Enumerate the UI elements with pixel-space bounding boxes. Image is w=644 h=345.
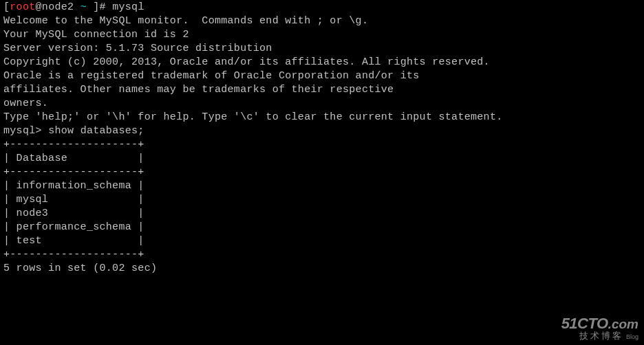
- output-line: Copyright (c) 2000, 2013, Oracle and/or …: [3, 56, 641, 69]
- bracket-close: ]#: [93, 1, 106, 13]
- table-row: | test |: [3, 234, 641, 248]
- output-line: Server version: 5.1.73 Source distributi…: [3, 42, 641, 56]
- output-line: Type 'help;' or '\h' for help. Type '\c'…: [3, 111, 641, 124]
- output-line: Welcome to the MySQL monitor. Commands e…: [3, 14, 641, 28]
- terminal[interactable]: [root@node2 ~ ]# mysqlWelcome to the MyS…: [0, 0, 644, 276]
- mysql-prompt-line: mysql> show databases;: [3, 124, 641, 138]
- mysql-command: show databases;: [48, 125, 144, 137]
- table-row: | performance_schema |: [3, 221, 641, 234]
- prompt-space: [74, 1, 80, 13]
- mysql-space: [42, 125, 48, 137]
- table-border: +--------------------+: [3, 138, 641, 152]
- prompt-space3: [106, 1, 112, 13]
- watermark: 51CTO.com 技术博客Blog: [561, 315, 638, 341]
- output-line: Your MySQL connection id is 2: [3, 28, 641, 42]
- result-line: 5 rows in set (0.02 sec): [3, 262, 641, 276]
- table-row: | information_schema |: [3, 179, 641, 193]
- watermark-brand-right: .com: [608, 317, 638, 331]
- prompt-user: root: [10, 1, 35, 13]
- table-header: | Database |: [3, 152, 641, 166]
- prompt-path: ~: [80, 1, 87, 13]
- prompt-space2: [87, 1, 93, 13]
- table-row: | mysql |: [3, 193, 641, 207]
- table-border: +--------------------+: [3, 248, 641, 262]
- shell-command: mysql: [112, 1, 144, 13]
- watermark-sub: 技术博客Blog: [561, 331, 638, 341]
- watermark-tiny: Blog: [626, 333, 638, 340]
- shell-prompt-line: [root@node2 ~ ]# mysql: [3, 1, 641, 14]
- prompt-host: node2: [42, 1, 74, 13]
- bracket-open: [: [3, 1, 10, 13]
- output-line: owners.: [3, 97, 641, 111]
- watermark-brand: 51CTO.com: [561, 315, 638, 331]
- mysql-prompt: mysql>: [3, 125, 42, 137]
- output-line: affiliates. Other names may be trademark…: [3, 83, 641, 97]
- prompt-at: @: [36, 1, 42, 13]
- table-border: +--------------------+: [3, 166, 641, 179]
- watermark-brand-left: 51CTO: [561, 315, 608, 332]
- table-row: | node3 |: [3, 207, 641, 221]
- output-line: Oracle is a registered trademark of Orac…: [3, 69, 641, 83]
